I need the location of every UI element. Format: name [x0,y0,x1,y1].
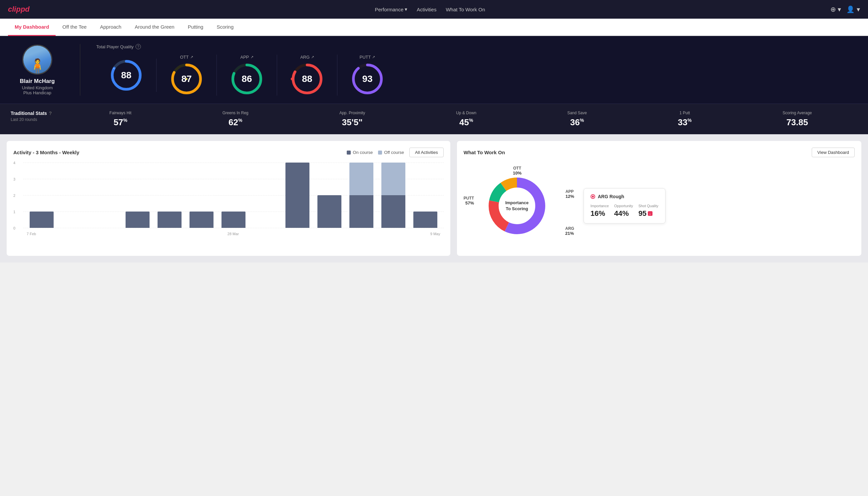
what-to-work-on-panel: What To Work On View Dashboard Importanc… [457,141,861,256]
bar-group-4 [155,162,185,228]
donut-wrapper: Importance To Scoring OTT 10% APP 12% AR… [464,162,577,249]
user-menu-button[interactable]: 👤 ▾ [846,5,860,13]
score-putt-label: PUTT ↗ [360,55,375,60]
x-label-may: 9 May [430,232,440,236]
tabs-bar: My Dashboard Off the Tee Approach Around… [0,19,868,36]
info-card-title: ARG Rough [590,194,659,199]
down-badge: ↓ [648,211,652,216]
stats-bar: Traditional Stats ? Last 20 rounds Fairw… [0,104,868,134]
ring-app: 86 [230,62,264,96]
bar-group-0 [27,162,57,228]
score-overall: 88 [96,59,157,92]
legend-on-course: On course [347,150,373,155]
hero-section: 🧍 Blair McHarg United Kingdom Plus Handi… [0,36,868,104]
tab-scoring[interactable]: Scoring [210,19,240,36]
stats-subtitle: Last 20 rounds [11,117,64,122]
chart-legend: On course Off course [347,150,404,155]
bar-group-3 [123,162,153,228]
ring-arg: 88 [290,62,324,96]
donut-label-putt: PUTT 57% [464,196,474,205]
arrow-icon: ↗ [311,55,314,59]
tab-putting[interactable]: Putting [181,19,210,36]
arrow-icon: ↗ [372,55,375,59]
off-course-bar [381,162,405,195]
x-axis: 7 Feb 28 Mar 9 May [23,232,444,236]
score-ott-value: 87 [181,74,191,84]
nav-right: ⊕ ▾ 👤 ▾ [830,5,860,13]
stat-greens-in-reg: Greens In Reg 62% [222,111,249,128]
stat-scoring-average: Scoring Average 73.85 [783,111,812,128]
bar-group-5 [187,162,217,228]
chevron-down-icon: ▾ [405,6,407,12]
logo[interactable]: clippd [8,5,30,14]
wtwo-content: Importance To Scoring OTT 10% APP 12% AR… [464,162,855,249]
bars-container [23,162,444,228]
bar-group-1 [59,162,89,228]
nav-links: Performance ▾ Activities What To Work On [375,6,485,12]
player-info: 🧍 Blair McHarg United Kingdom Plus Handi… [11,45,64,95]
stats-title: Traditional Stats ? [11,111,64,116]
player-handicap: Plus Handicap [23,90,51,95]
bar-group-9 [314,162,344,228]
bar-group-6 [219,162,249,228]
ring-putt: 93 [351,62,384,96]
score-ott-label: OTT ↗ [180,55,193,60]
score-putt: PUTT ↗ 93 [337,55,397,96]
info-metric-opportunity: Opportunity 44% [614,204,633,218]
off-course-dot [378,151,382,155]
nav-performance[interactable]: Performance ▾ [375,6,407,12]
svg-text:Importance: Importance [505,200,528,205]
info-card: ARG Rough Importance 16% Opportunity 44%… [584,188,665,223]
stat-1-putt: 1 Putt 33% [678,111,692,128]
tab-off-the-tee[interactable]: Off the Tee [56,19,93,36]
top-navigation: clippd Performance ▾ Activities What To … [0,0,868,19]
on-course-bar [349,195,373,228]
add-button[interactable]: ⊕ ▾ [830,5,841,13]
info-metric-shot-quality: Shot Quality 95 ↓ [638,204,659,218]
donut-label-app: APP 12% [566,189,574,199]
score-app: APP ↗ 86 [217,55,277,96]
nav-what-to-work-on[interactable]: What To Work On [446,7,485,12]
on-course-bar [221,212,246,228]
on-course-bar [285,162,310,228]
score-arg-label: ARG ↗ [300,55,314,60]
all-activities-button[interactable]: All Activities [409,148,444,157]
stats-label: Traditional Stats ? Last 20 rounds [11,111,64,122]
on-course-bar [381,195,405,228]
on-course-dot [347,151,351,155]
on-course-bar [30,212,53,228]
activity-panel: Activity - 3 Months - Weekly On course O… [7,141,450,256]
x-label-feb: 7 Feb [27,232,36,236]
tab-my-dashboard[interactable]: My Dashboard [8,19,56,36]
off-course-bar [349,162,373,195]
donut-chart: Importance To Scoring [484,173,550,239]
svg-point-10 [291,78,294,80]
bottom-panels: Activity - 3 Months - Weekly On course O… [0,134,868,263]
score-app-value: 86 [241,74,252,84]
tab-around-the-green[interactable]: Around the Green [128,19,181,36]
score-arg: ARG ↗ 88 [277,55,337,96]
tab-approach[interactable]: Approach [93,19,128,36]
stat-fairways-hit: Fairways Hit 57% [110,111,131,128]
activity-panel-header: Activity - 3 Months - Weekly On course O… [13,148,444,157]
player-name: Blair McHarg [20,78,55,84]
wtwo-title: What To Work On [464,150,505,155]
stats-help-icon[interactable]: ? [49,111,52,116]
chart-area: 4 3 2 1 0 7 Feb 28 Mar 9 May [13,162,444,236]
arrow-icon: ↗ [190,55,193,59]
donut-label-arg: ARG 21% [565,226,574,236]
activity-panel-title: Activity - 3 Months - Weekly [13,150,79,155]
legend-off-course: Off course [378,150,404,155]
help-icon[interactable]: ? [136,44,141,49]
on-course-bar [158,212,182,228]
player-country: United Kingdom [22,85,53,90]
info-card-indicator [590,194,595,199]
on-course-bar [317,195,342,228]
view-dashboard-button[interactable]: View Dashboard [812,148,855,157]
nav-activities[interactable]: Activities [417,7,436,12]
score-overall-value: 88 [121,70,131,81]
tpq-label: Total Player Quality ? [96,44,857,49]
bar-group-11 [378,162,408,228]
stat-sand-save: Sand Save 36% [567,111,587,128]
tpq-section: Total Player Quality ? 88 [96,44,857,96]
